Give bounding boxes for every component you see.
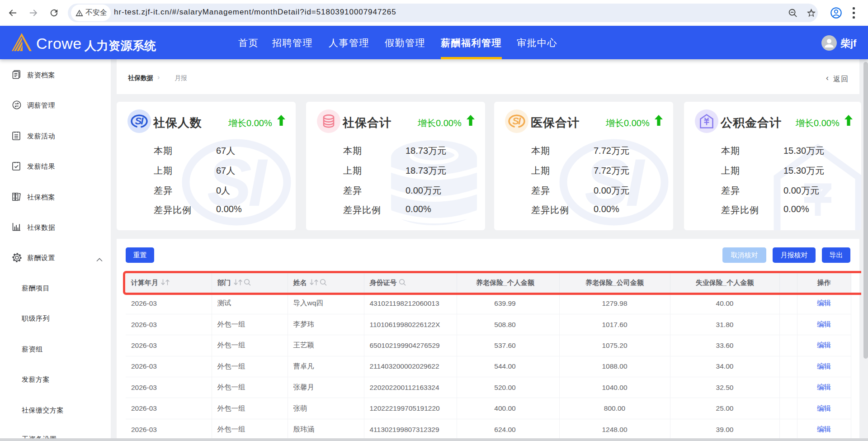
svg-text:SI: SI: [513, 115, 522, 127]
svg-text:SI: SI: [135, 115, 144, 127]
